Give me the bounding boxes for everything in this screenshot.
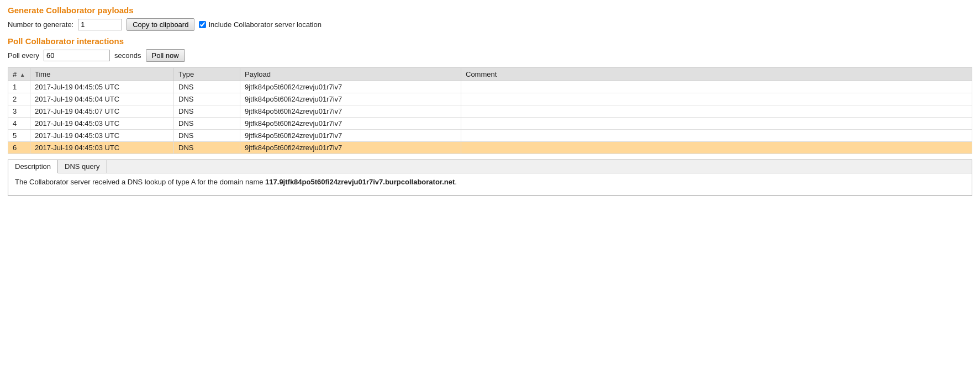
poll-unit: seconds (114, 51, 141, 60)
table-row[interactable]: 22017-Jul-19 04:45:04 UTCDNS9jtfk84po5t6… (8, 93, 972, 105)
generate-section: Generate Collaborator payloads Number to… (8, 6, 972, 31)
tab-description[interactable]: Description (8, 160, 58, 173)
main-container: Generate Collaborator payloads Number to… (0, 0, 980, 366)
description-bold: 117.9jtfk84po5t60fi24zrevju01r7iv7.burpc… (265, 178, 455, 186)
cell-3: 9jtfk84po5t60fi24zrevju01r7iv7 (240, 130, 461, 142)
cell-3: 9jtfk84po5t60fi24zrevju01r7iv7 (240, 105, 461, 118)
col-header-num[interactable]: # ▲ (8, 68, 30, 81)
poll-now-button[interactable]: Poll now (146, 49, 185, 62)
cell-2: DNS (174, 118, 240, 130)
tabs-row: Description DNS query (8, 160, 972, 173)
cell-1: 2017-Jul-19 04:45:07 UTC (30, 105, 174, 118)
cell-0: 2 (8, 93, 30, 105)
cell-0: 5 (8, 130, 30, 142)
description-prefix: The Collaborator server received a DNS l… (15, 178, 265, 186)
col-header-type[interactable]: Type (174, 68, 240, 81)
cell-1: 2017-Jul-19 04:45:03 UTC (30, 130, 174, 142)
poll-section: Poll Collaborator interactions Poll ever… (8, 36, 972, 62)
cell-1: 2017-Jul-19 04:45:04 UTC (30, 93, 174, 105)
cell-2: DNS (174, 130, 240, 142)
sort-arrow-icon: ▲ (20, 72, 25, 78)
include-checkbox-row: Include Collaborator server location (199, 20, 322, 29)
table-row[interactable]: 42017-Jul-19 04:45:03 UTCDNS9jtfk84po5t6… (8, 118, 972, 130)
generate-title: Generate Collaborator payloads (8, 6, 972, 15)
number-input[interactable] (78, 19, 122, 30)
cell-2: DNS (174, 93, 240, 105)
cell-4 (461, 142, 972, 154)
copy-to-clipboard-button[interactable]: Copy to clipboard (127, 18, 194, 31)
tab-dns-query[interactable]: DNS query (58, 160, 107, 173)
poll-row: Poll every seconds Poll now (8, 49, 972, 62)
cell-0: 6 (8, 142, 30, 154)
cell-0: 3 (8, 105, 30, 118)
include-checkbox[interactable] (199, 21, 206, 28)
table-header-row: # ▲ Time Type Payload Comment (8, 68, 972, 81)
detail-panel: Description DNS query The Collaborator s… (8, 160, 972, 196)
cell-1: 2017-Jul-19 04:45:03 UTC (30, 142, 174, 154)
poll-title: Poll Collaborator interactions (8, 36, 972, 46)
include-label: Include Collaborator server location (208, 20, 322, 29)
cell-4 (461, 105, 972, 118)
cell-2: DNS (174, 142, 240, 154)
col-header-comment[interactable]: Comment (461, 68, 972, 81)
cell-0: 1 (8, 81, 30, 93)
cell-2: DNS (174, 105, 240, 118)
table-row[interactable]: 52017-Jul-19 04:45:03 UTCDNS9jtfk84po5t6… (8, 130, 972, 142)
poll-interval-input[interactable] (44, 50, 110, 61)
col-header-time[interactable]: Time (30, 68, 174, 81)
generate-row: Number to generate: Copy to clipboard In… (8, 18, 972, 31)
detail-content: The Collaborator server received a DNS l… (8, 173, 972, 195)
cell-2: DNS (174, 81, 240, 93)
interactions-table: # ▲ Time Type Payload Comment 12017-Jul-… (8, 67, 972, 154)
table-row[interactable]: 12017-Jul-19 04:45:05 UTCDNS9jtfk84po5t6… (8, 81, 972, 93)
cell-3: 9jtfk84po5t60fi24zrevju01r7iv7 (240, 81, 461, 93)
cell-4 (461, 93, 972, 105)
cell-4 (461, 130, 972, 142)
cell-4 (461, 118, 972, 130)
cell-1: 2017-Jul-19 04:45:05 UTC (30, 81, 174, 93)
cell-3: 9jtfk84po5t60fi24zrevju01r7iv7 (240, 93, 461, 105)
poll-label: Poll every (8, 51, 39, 60)
table-row[interactable]: 32017-Jul-19 04:45:07 UTCDNS9jtfk84po5t6… (8, 105, 972, 118)
description-suffix: . (455, 178, 457, 186)
number-label: Number to generate: (8, 20, 73, 29)
cell-3: 9jtfk84po5t60fi24zrevju01r7iv7 (240, 142, 461, 154)
cell-3: 9jtfk84po5t60fi24zrevju01r7iv7 (240, 118, 461, 130)
cell-4 (461, 81, 972, 93)
table-row[interactable]: 62017-Jul-19 04:45:03 UTCDNS9jtfk84po5t6… (8, 142, 972, 154)
cell-1: 2017-Jul-19 04:45:03 UTC (30, 118, 174, 130)
col-header-payload[interactable]: Payload (240, 68, 461, 81)
cell-0: 4 (8, 118, 30, 130)
